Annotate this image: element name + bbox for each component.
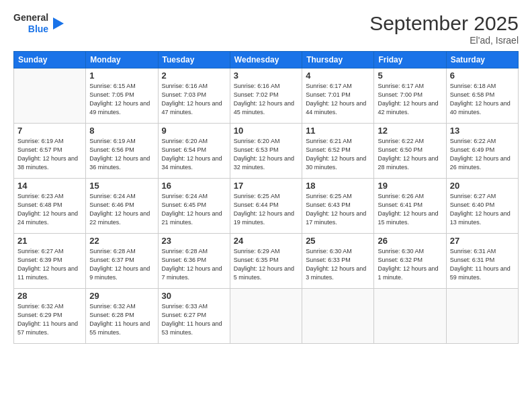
day-number: 23 [162, 236, 226, 246]
day-info: Sunrise: 6:20 AMSunset: 6:54 PMDaylight:… [162, 137, 226, 172]
calendar-week-row: 7Sunrise: 6:19 AMSunset: 6:57 PMDaylight… [14, 124, 519, 179]
day-number: 8 [89, 126, 154, 136]
day-number: 4 [306, 71, 370, 81]
day-info: Sunrise: 6:32 AMSunset: 6:28 PMDaylight:… [89, 302, 154, 337]
day-number: 6 [450, 71, 515, 81]
day-info: Sunrise: 6:15 AMSunset: 7:05 PMDaylight:… [89, 82, 154, 117]
calendar-cell: 22Sunrise: 6:28 AMSunset: 6:37 PMDayligh… [86, 234, 158, 289]
day-number: 22 [89, 236, 154, 246]
day-number: 2 [162, 71, 226, 81]
calendar-cell: 11Sunrise: 6:21 AMSunset: 6:52 PMDayligh… [302, 124, 374, 179]
day-info: Sunrise: 6:30 AMSunset: 6:32 PMDaylight:… [378, 247, 442, 282]
page-header: General Blue September 2025 El'ad, Israe… [13, 12, 519, 46]
day-number: 26 [378, 236, 442, 246]
day-number: 28 [17, 291, 82, 301]
logo-arrow-icon [50, 16, 65, 31]
day-number: 24 [234, 236, 298, 246]
day-info: Sunrise: 6:19 AMSunset: 6:57 PMDaylight:… [17, 137, 82, 172]
day-info: Sunrise: 6:32 AMSunset: 6:29 PMDaylight:… [17, 302, 82, 337]
day-info: Sunrise: 6:21 AMSunset: 6:52 PMDaylight:… [306, 137, 370, 172]
day-info: Sunrise: 6:22 AMSunset: 6:49 PMDaylight:… [450, 137, 515, 172]
day-number: 25 [306, 236, 370, 246]
calendar-cell: 16Sunrise: 6:24 AMSunset: 6:45 PMDayligh… [158, 179, 230, 234]
calendar-cell: 1Sunrise: 6:15 AMSunset: 7:05 PMDaylight… [86, 68, 158, 124]
calendar-cell: 27Sunrise: 6:31 AMSunset: 6:31 PMDayligh… [446, 234, 518, 289]
calendar-cell: 3Sunrise: 6:16 AMSunset: 7:02 PMDaylight… [230, 68, 302, 124]
day-number: 9 [162, 126, 226, 136]
day-number: 19 [378, 181, 442, 191]
day-info: Sunrise: 6:18 AMSunset: 6:58 PMDaylight:… [450, 82, 515, 117]
calendar-cell: 7Sunrise: 6:19 AMSunset: 6:57 PMDaylight… [14, 124, 86, 179]
calendar-cell: 17Sunrise: 6:25 AMSunset: 6:44 PMDayligh… [230, 179, 302, 234]
header-thursday: Thursday [302, 52, 374, 68]
calendar-cell: 20Sunrise: 6:27 AMSunset: 6:40 PMDayligh… [446, 179, 518, 234]
calendar-cell: 9Sunrise: 6:20 AMSunset: 6:54 PMDaylight… [158, 124, 230, 179]
calendar-cell: 19Sunrise: 6:26 AMSunset: 6:41 PMDayligh… [374, 179, 446, 234]
calendar-cell: 29Sunrise: 6:32 AMSunset: 6:28 PMDayligh… [86, 289, 158, 344]
calendar-week-row: 28Sunrise: 6:32 AMSunset: 6:29 PMDayligh… [14, 289, 519, 344]
day-info: Sunrise: 6:24 AMSunset: 6:45 PMDaylight:… [162, 192, 226, 227]
calendar-cell: 2Sunrise: 6:16 AMSunset: 7:03 PMDaylight… [158, 68, 230, 124]
calendar-table: Sunday Monday Tuesday Wednesday Thursday… [13, 51, 519, 344]
day-info: Sunrise: 6:17 AMSunset: 7:00 PMDaylight:… [378, 82, 442, 117]
calendar-week-row: 1Sunrise: 6:15 AMSunset: 7:05 PMDaylight… [14, 68, 519, 124]
header-monday: Monday [86, 52, 158, 68]
header-saturday: Saturday [446, 52, 518, 68]
header-tuesday: Tuesday [158, 52, 230, 68]
day-info: Sunrise: 6:16 AMSunset: 7:03 PMDaylight:… [162, 82, 226, 117]
day-number: 7 [17, 126, 82, 136]
header-sunday: Sunday [14, 52, 86, 68]
day-number: 1 [89, 71, 154, 81]
weekday-header-row: Sunday Monday Tuesday Wednesday Thursday… [14, 52, 519, 68]
calendar-cell: 18Sunrise: 6:25 AMSunset: 6:43 PMDayligh… [302, 179, 374, 234]
calendar-cell: 24Sunrise: 6:29 AMSunset: 6:35 PMDayligh… [230, 234, 302, 289]
calendar-cell: 8Sunrise: 6:19 AMSunset: 6:56 PMDaylight… [86, 124, 158, 179]
day-number: 29 [89, 291, 154, 301]
calendar-cell [374, 289, 446, 344]
day-info: Sunrise: 6:24 AMSunset: 6:46 PMDaylight:… [89, 192, 154, 227]
day-info: Sunrise: 6:33 AMSunset: 6:27 PMDaylight:… [162, 302, 226, 337]
day-info: Sunrise: 6:17 AMSunset: 7:01 PMDaylight:… [306, 82, 370, 117]
day-number: 5 [378, 71, 442, 81]
calendar-cell: 15Sunrise: 6:24 AMSunset: 6:46 PMDayligh… [86, 179, 158, 234]
day-number: 17 [234, 181, 298, 191]
day-info: Sunrise: 6:23 AMSunset: 6:48 PMDaylight:… [17, 192, 82, 227]
day-number: 18 [306, 181, 370, 191]
calendar-week-row: 14Sunrise: 6:23 AMSunset: 6:48 PMDayligh… [14, 179, 519, 234]
day-info: Sunrise: 6:27 AMSunset: 6:39 PMDaylight:… [17, 247, 82, 282]
calendar-cell [14, 68, 86, 124]
day-number: 3 [234, 71, 298, 81]
day-info: Sunrise: 6:31 AMSunset: 6:31 PMDaylight:… [450, 247, 515, 282]
day-number: 11 [306, 126, 370, 136]
day-info: Sunrise: 6:22 AMSunset: 6:50 PMDaylight:… [378, 137, 442, 172]
day-info: Sunrise: 6:28 AMSunset: 6:36 PMDaylight:… [162, 247, 226, 282]
calendar-cell: 5Sunrise: 6:17 AMSunset: 7:00 PMDaylight… [374, 68, 446, 124]
calendar-cell: 10Sunrise: 6:20 AMSunset: 6:53 PMDayligh… [230, 124, 302, 179]
day-info: Sunrise: 6:20 AMSunset: 6:53 PMDaylight:… [234, 137, 298, 172]
day-number: 20 [450, 181, 515, 191]
header-friday: Friday [374, 52, 446, 68]
day-number: 10 [234, 126, 298, 136]
calendar-cell [230, 289, 302, 344]
calendar-cell: 23Sunrise: 6:28 AMSunset: 6:36 PMDayligh… [158, 234, 230, 289]
day-info: Sunrise: 6:26 AMSunset: 6:41 PMDaylight:… [378, 192, 442, 227]
day-number: 30 [162, 291, 226, 301]
logo-graphic: General Blue [13, 12, 65, 35]
title-block: September 2025 El'ad, Israel [369, 12, 519, 46]
calendar-cell: 21Sunrise: 6:27 AMSunset: 6:39 PMDayligh… [14, 234, 86, 289]
calendar-week-row: 21Sunrise: 6:27 AMSunset: 6:39 PMDayligh… [14, 234, 519, 289]
calendar-cell: 30Sunrise: 6:33 AMSunset: 6:27 PMDayligh… [158, 289, 230, 344]
day-number: 14 [17, 181, 82, 191]
day-info: Sunrise: 6:19 AMSunset: 6:56 PMDaylight:… [89, 137, 154, 172]
calendar-cell: 6Sunrise: 6:18 AMSunset: 6:58 PMDaylight… [446, 68, 518, 124]
day-number: 15 [89, 181, 154, 191]
calendar-cell [302, 289, 374, 344]
day-info: Sunrise: 6:30 AMSunset: 6:33 PMDaylight:… [306, 247, 370, 282]
day-info: Sunrise: 6:28 AMSunset: 6:37 PMDaylight:… [89, 247, 154, 282]
day-number: 12 [378, 126, 442, 136]
day-number: 16 [162, 181, 226, 191]
calendar-cell: 13Sunrise: 6:22 AMSunset: 6:49 PMDayligh… [446, 124, 518, 179]
calendar-cell: 14Sunrise: 6:23 AMSunset: 6:48 PMDayligh… [14, 179, 86, 234]
day-info: Sunrise: 6:29 AMSunset: 6:35 PMDaylight:… [234, 247, 298, 282]
calendar-cell [446, 289, 518, 344]
